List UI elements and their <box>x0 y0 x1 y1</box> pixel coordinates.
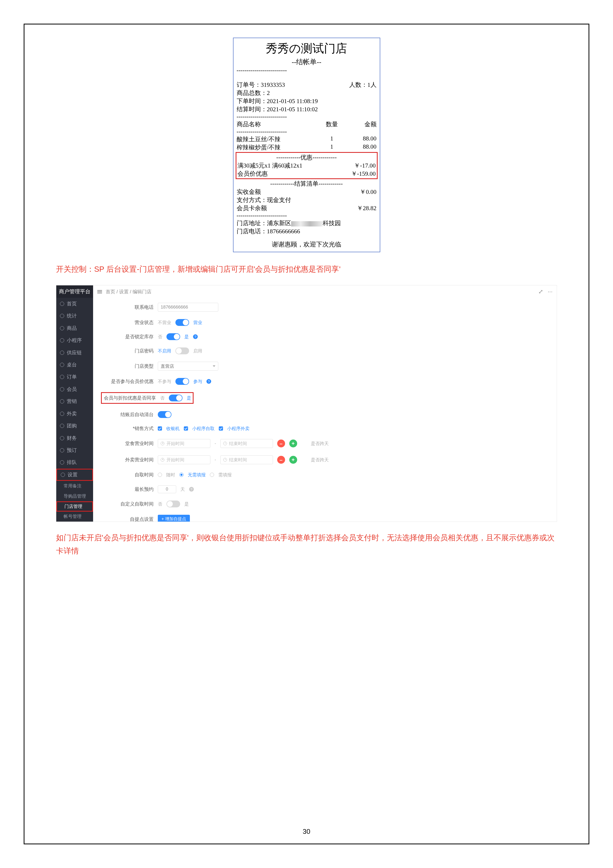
help-icon[interactable]: ? <box>189 487 194 491</box>
goods-count-row: 商品总数：2 <box>237 89 376 97</box>
sidebar-item-settings[interactable]: 设置 <box>56 469 93 481</box>
circle-icon <box>60 460 64 465</box>
participate-text: 参与 <box>193 378 202 384</box>
placeholder: 开始时间 <box>166 440 184 446</box>
sidebar-item-supply[interactable]: 供应链 <box>56 346 93 358</box>
checkbox-mini-delivery[interactable] <box>219 426 223 431</box>
lock-stock-toggle[interactable] <box>166 333 180 340</box>
sidebar-item-delivery[interactable]: 外卖 <box>56 408 93 420</box>
circle-icon <box>60 363 64 367</box>
help-icon[interactable]: ? <box>193 334 198 339</box>
clock-icon <box>161 458 164 462</box>
breadcrumb: 首页 / 设置 / 编辑门店 <box>106 288 152 295</box>
sale-mode-label: 小程序自取 <box>192 426 215 432</box>
col-name: 商品名称 <box>237 120 321 129</box>
sidebar-label: 设置 <box>68 471 77 478</box>
select-value: 直营店 <box>161 363 174 369</box>
circle-icon <box>60 314 64 318</box>
sidebar-item-stats[interactable]: 统计 <box>56 310 93 322</box>
custom-pickup-toggle[interactable] <box>166 501 180 507</box>
member-participate-toggle[interactable] <box>175 378 189 385</box>
goods-count-label: 商品总数： <box>237 90 267 96</box>
circle-icon <box>61 473 65 477</box>
promo-redbox: ------------优惠------------ 满30减5元x1 满60减… <box>235 152 378 179</box>
yes-text: 是 <box>187 395 191 401</box>
radio-noneed[interactable] <box>180 473 184 477</box>
sidebar-label: 桌台 <box>67 361 77 368</box>
add-time-button[interactable]: + <box>289 456 297 464</box>
yes-text: 是 <box>184 334 189 340</box>
sidebar-item-queue[interactable]: 排队 <box>56 456 93 468</box>
dine-end-input[interactable]: 结束时间 <box>220 439 273 448</box>
circle-icon <box>60 436 64 440</box>
hamburger-icon[interactable] <box>97 290 102 293</box>
sidebar-label: 营销 <box>67 398 77 405</box>
sidebar-item-member[interactable]: 会员 <box>56 383 93 395</box>
delete-time-button[interactable]: – <box>277 456 285 464</box>
form-row-status: 营业状态 不营业 营业 <box>104 319 546 326</box>
delete-time-button[interactable]: – <box>277 440 285 447</box>
promo-value: ￥-17.00 <box>354 161 376 170</box>
status-toggle[interactable] <box>175 319 189 326</box>
field-label: 最长预约 <box>104 486 153 492</box>
radio-label: 随时 <box>166 472 175 478</box>
item-name: 榨辣椒炒蛋/不辣 <box>237 143 321 152</box>
receipt-figure: 秀秀の测试门店 --结帐单-- ------------------------… <box>233 37 380 252</box>
pay-method: 现金支付 <box>267 197 291 203</box>
checkbox-pos[interactable] <box>158 426 162 431</box>
sidebar-sub-store-mgmt[interactable]: 门店管理 <box>56 501 93 512</box>
sidebar-sub-notes[interactable]: 常用备注 <box>56 481 93 491</box>
add-pickup-point-button[interactable]: + 增加自提点 <box>158 515 190 522</box>
promo-divider: ------------优惠------------ <box>237 153 376 161</box>
note-2: 如门店未开启'会员与折扣优惠是否同享'，则收银台使用折扣键位或手动整单打折选择会… <box>56 531 557 557</box>
more-icon[interactable]: ··· <box>548 288 553 295</box>
item-amount: 88.00 <box>342 143 376 152</box>
sidebar-item-finance[interactable]: 财务 <box>56 432 93 444</box>
settle-divider: ------------结算清单------------ <box>237 180 376 188</box>
phone-input[interactable]: 18766666666 <box>158 303 218 312</box>
dine-start-input[interactable]: 开始时间 <box>158 439 211 448</box>
sidebar-item-table[interactable]: 桌台 <box>56 359 93 371</box>
sidebar-sub-account[interactable]: 帐号管理 <box>56 512 93 522</box>
store-pwd-toggle[interactable] <box>175 347 189 354</box>
sidebar-item-group[interactable]: 团购 <box>56 420 93 432</box>
add-time-button[interactable]: + <box>289 440 297 447</box>
form-row-delivery-time: 外卖营业时间 开始时间 - 结束时间 – + 是否跨天 <box>104 455 546 464</box>
radio-need[interactable] <box>210 473 214 477</box>
max-reserve-input[interactable] <box>158 485 176 493</box>
delivery-start-input[interactable]: 开始时间 <box>158 455 211 464</box>
no-text: 否 <box>160 395 165 401</box>
pay-method-label: 支付方式： <box>237 197 267 203</box>
address-suffix: 科技园 <box>323 220 341 226</box>
expand-icon[interactable]: ⤢ <box>538 288 543 295</box>
circle-icon <box>60 338 64 343</box>
member-share-toggle[interactable] <box>169 395 183 401</box>
sidebar-item-reserve[interactable]: 预订 <box>56 444 93 456</box>
auto-clear-toggle[interactable] <box>158 411 172 418</box>
form-row-member-share: 会员与折扣优惠是否同享 否 是 <box>103 395 191 401</box>
delivery-end-input[interactable]: 结束时间 <box>220 455 273 464</box>
form-row-store-pwd: 门店密码 不启用 启用 <box>104 347 546 354</box>
sidebar-item-miniapp[interactable]: 小程序 <box>56 334 93 346</box>
radio-anytime[interactable] <box>158 473 162 477</box>
field-label: 外卖营业时间 <box>104 457 153 463</box>
received-row: 实收金额 ￥0.00 <box>237 188 376 196</box>
sidebar-sub-guide[interactable]: 导购品管理 <box>56 491 93 501</box>
circle-icon <box>60 448 64 453</box>
days-unit: 天 <box>180 486 185 492</box>
clock-icon <box>223 442 227 445</box>
order-time-row: 下单时间：2021-01-05 11:08:19 <box>237 97 376 105</box>
receipt-subtitle: --结帐单-- <box>237 57 376 67</box>
help-icon[interactable]: ? <box>206 379 211 384</box>
checkbox-mini-pickup[interactable] <box>184 426 188 431</box>
form-row-max-reserve: 最长预约 天 ? <box>104 485 546 493</box>
sidebar-item-goods[interactable]: 商品 <box>56 322 93 334</box>
sidebar-label: 会员 <box>67 386 77 393</box>
store-type-select[interactable]: 直营店 <box>158 362 218 370</box>
circle-icon <box>60 387 64 391</box>
sale-mode-label: 收银机 <box>166 426 180 432</box>
sidebar-item-marketing[interactable]: 营销 <box>56 395 93 408</box>
sidebar-item-order[interactable]: 订单 <box>56 371 93 383</box>
sidebar-item-home[interactable]: 首页 <box>56 298 93 310</box>
page-number: 30 <box>25 828 588 835</box>
